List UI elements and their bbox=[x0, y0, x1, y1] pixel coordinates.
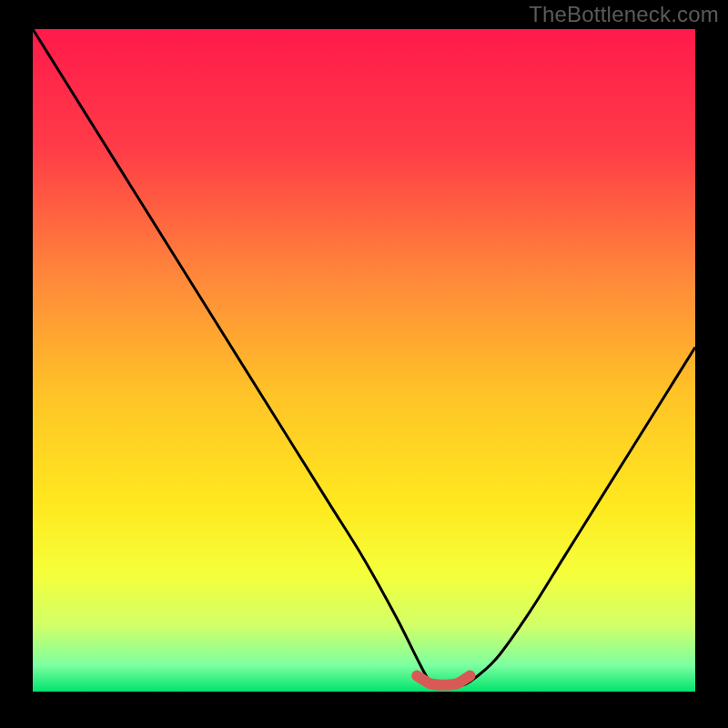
watermark-text: TheBottleneck.com bbox=[529, 2, 719, 27]
chart-plot-area bbox=[33, 29, 695, 692]
chart-canvas bbox=[0, 0, 728, 728]
chart-frame: TheBottleneck.com bbox=[0, 0, 728, 728]
